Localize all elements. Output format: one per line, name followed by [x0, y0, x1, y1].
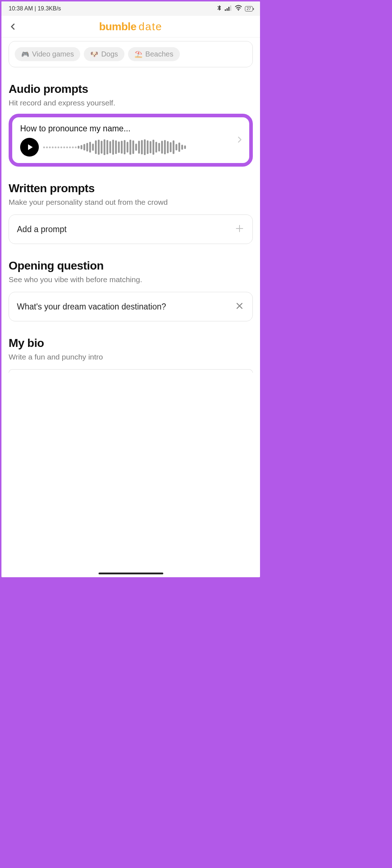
- battery-indicator: 27: [245, 6, 253, 12]
- svg-rect-1: [227, 8, 228, 11]
- dog-icon: 🐶: [90, 50, 98, 58]
- add-prompt-label: Add a prompt: [17, 225, 67, 234]
- plus-icon: [234, 223, 245, 235]
- chevron-left-icon: [10, 23, 16, 30]
- section-subtitle: Write a fun and punchy intro: [9, 353, 253, 361]
- opening-question-text: What's your dream vacation destination?: [17, 302, 166, 312]
- content[interactable]: 🎮 Video games 🐶 Dogs ⛱️ Beaches Audio pr…: [1, 37, 260, 577]
- play-button[interactable]: [20, 138, 39, 157]
- audio-prompt-card[interactable]: How to pronounce my name...: [9, 114, 253, 167]
- app-bar: bumble date: [1, 16, 260, 37]
- interest-chip-video-games[interactable]: 🎮 Video games: [15, 47, 80, 61]
- section-title: Opening question: [9, 259, 253, 272]
- audio-prompt-label: How to pronounce my name...: [20, 124, 241, 134]
- brand-bold: bumble: [99, 21, 136, 33]
- interest-chip-dogs[interactable]: 🐶 Dogs: [84, 47, 124, 61]
- section-subtitle: Hit record and express yourself.: [9, 99, 253, 107]
- opening-question-section: Opening question See who you vibe with b…: [9, 259, 253, 321]
- section-title: My bio: [9, 336, 253, 350]
- audio-player-row: [20, 138, 241, 157]
- bio-card[interactable]: [9, 369, 253, 373]
- svg-rect-2: [228, 7, 229, 11]
- audio-prompts-section: Audio prompts Hit record and express you…: [9, 82, 253, 167]
- status-bar: 10:38 AM | 19.3KB/s 27: [1, 1, 260, 16]
- section-title: Written prompts: [9, 182, 253, 195]
- home-indicator[interactable]: [99, 573, 163, 574]
- bio-section: My bio Write a fun and punchy intro: [9, 336, 253, 373]
- close-icon[interactable]: [234, 301, 245, 312]
- chevron-right-icon: [238, 136, 242, 144]
- interest-label: Beaches: [145, 50, 173, 58]
- written-prompts-section: Written prompts Make your personality st…: [9, 182, 253, 244]
- bluetooth-icon: [217, 5, 222, 13]
- signal-icon: [225, 5, 232, 12]
- back-button[interactable]: [5, 19, 21, 35]
- svg-point-4: [238, 10, 239, 11]
- add-prompt-card[interactable]: Add a prompt: [9, 214, 253, 244]
- svg-rect-0: [225, 9, 226, 11]
- section-subtitle: See who you vibe with before matching.: [9, 275, 253, 284]
- interest-label: Video games: [32, 50, 74, 58]
- status-right: 27: [217, 5, 253, 13]
- beach-icon: ⛱️: [135, 50, 142, 58]
- opening-question-card[interactable]: What's your dream vacation destination?: [9, 292, 253, 321]
- gamepad-icon: 🎮: [21, 50, 29, 58]
- section-subtitle: Make your personality stand out from the…: [9, 198, 253, 207]
- interests-card[interactable]: 🎮 Video games 🐶 Dogs ⛱️ Beaches: [9, 41, 253, 67]
- waveform[interactable]: [43, 138, 241, 156]
- section-title: Audio prompts: [9, 82, 253, 96]
- play-icon: [27, 144, 33, 150]
- screen: 10:38 AM | 19.3KB/s 27 bumble date: [1, 1, 260, 577]
- brand-light: date: [138, 21, 162, 33]
- interest-chip-beaches[interactable]: ⛱️ Beaches: [128, 47, 180, 61]
- status-time: 10:38 AM | 19.3KB/s: [9, 5, 61, 12]
- svg-rect-3: [230, 5, 231, 11]
- app-brand: bumble date: [99, 21, 162, 33]
- wifi-icon: [235, 5, 242, 12]
- interest-label: Dogs: [101, 50, 118, 58]
